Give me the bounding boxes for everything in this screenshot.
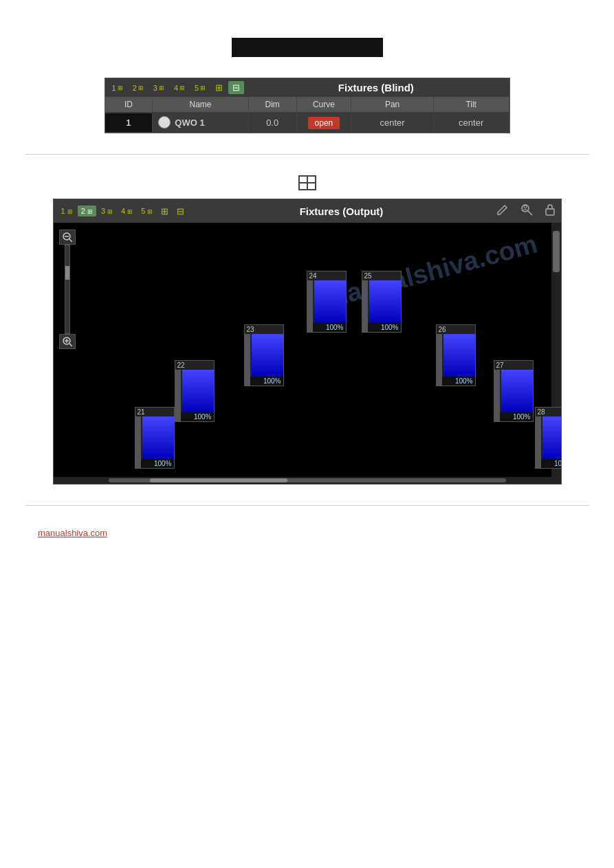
fixture-23-pct: 100% <box>245 377 283 386</box>
fixture-23[interactable]: 23 100% <box>244 324 284 386</box>
fixture-26-bar <box>437 334 442 386</box>
fixture-27[interactable]: 27 100% <box>494 360 534 422</box>
zoom-in-button[interactable] <box>59 334 76 349</box>
output-tab-4[interactable]: 4 ⊞ <box>118 205 136 216</box>
fixture-22-pct: 100% <box>175 412 214 421</box>
fixture-22[interactable]: 22 100% <box>175 360 215 422</box>
fixture-25-bar <box>362 280 368 332</box>
output-tab-7[interactable]: ⊟ <box>173 205 188 218</box>
blind-row-1[interactable]: 1 QWO 1 0.0 open center center <box>105 112 509 133</box>
out-tab-2-icon: ⊞ <box>87 208 93 215</box>
output-tab-2[interactable]: 2 ⊞ <box>78 205 96 216</box>
fixture-28[interactable]: 28 100% <box>535 407 561 469</box>
scrollbar-thumb[interactable] <box>150 478 287 482</box>
edit-icon-button[interactable] <box>495 202 510 220</box>
fixture-22-bar <box>175 370 181 421</box>
output-scrollbar[interactable] <box>54 477 561 484</box>
svg-line-3 <box>528 211 532 215</box>
output-icon-row <box>25 175 589 190</box>
tab-5-label: 5 <box>195 84 199 92</box>
curve-badge: open <box>308 117 340 129</box>
col-header-curve: Curve <box>297 97 352 112</box>
blind-tab-2[interactable]: 2 ⊞ <box>129 82 148 93</box>
blind-tab-4[interactable]: 4 ⊞ <box>170 82 189 93</box>
fixture-26-num: 26 <box>437 325 475 334</box>
right-scroll-thumb[interactable] <box>553 231 560 272</box>
fixture-24-bar <box>307 280 313 332</box>
output-tab-6[interactable]: ⊞ <box>157 205 172 218</box>
fixture-26-fill <box>443 334 475 377</box>
output-action-icons <box>495 202 557 220</box>
blind-tab-1[interactable]: 1 ⊞ <box>108 82 127 93</box>
row1-name: QWO 1 <box>153 112 249 133</box>
out-tab-3-icon: ⊞ <box>107 208 113 215</box>
row1-tilt: center <box>434 113 509 132</box>
fixture-24-fill <box>314 280 346 323</box>
output-panel-title: Fixtures (Output) <box>189 205 493 217</box>
out-tab-5-label: 5 <box>141 207 145 215</box>
top-bar <box>232 38 383 57</box>
svg-line-7 <box>69 239 72 242</box>
fixture-23-num: 23 <box>245 325 283 334</box>
fixture-21[interactable]: 21 100% <box>135 407 175 469</box>
col-header-tilt: Tilt <box>434 97 509 112</box>
blind-tab-7[interactable]: ⊟ <box>228 81 244 94</box>
row1-curve: open <box>297 113 352 132</box>
fixture-28-fill <box>542 416 561 459</box>
blind-tab-3[interactable]: 3 ⊞ <box>149 82 168 93</box>
row1-pan: center <box>351 113 434 132</box>
fixture-21-fill <box>142 416 174 459</box>
out-tab-4-label: 4 <box>121 207 125 215</box>
divider-1 <box>25 154 589 155</box>
blind-panel: 1 ⊞ 2 ⊞ 3 ⊞ 4 ⊞ 5 ⊞ ⊞ ⊟ Fixtures (Blind)… <box>105 78 510 133</box>
fixture-25-num: 25 <box>362 271 401 280</box>
out-tab-5-icon: ⊞ <box>147 208 153 215</box>
output-tab-5[interactable]: 5 ⊞ <box>138 205 156 216</box>
zoom-out-button[interactable] <box>59 230 76 245</box>
tab-7-icon: ⊟ <box>232 82 240 93</box>
search-person-icon-button[interactable] <box>518 202 535 220</box>
svg-point-4 <box>524 205 527 208</box>
fixture-26[interactable]: 26 100% <box>436 324 476 386</box>
fixture-26-pct: 100% <box>437 377 475 386</box>
bottom-link[interactable]: manualshiva.com <box>38 528 107 538</box>
fixture-24-num: 24 <box>307 271 346 280</box>
fixture-25[interactable]: 25 100% <box>362 271 402 333</box>
lock-icon-button[interactable] <box>543 202 557 220</box>
zoom-slider-thumb[interactable] <box>65 266 69 280</box>
row1-name-text: QWO 1 <box>175 118 204 128</box>
col-header-pan: Pan <box>351 97 434 112</box>
output-tab-1[interactable]: 1 ⊞ <box>58 205 76 216</box>
fixture-28-bar <box>536 416 541 468</box>
fixture-24[interactable]: 24 100% <box>307 271 347 333</box>
tab-3-label: 3 <box>153 84 157 92</box>
output-section: 1 ⊞ 2 ⊞ 3 ⊞ 4 ⊞ 5 ⊞ ⊞ ⊟ <box>25 175 589 485</box>
svg-line-10 <box>69 344 72 346</box>
fixture-23-body: 100% <box>245 334 283 386</box>
out-tab-3-label: 3 <box>101 207 105 215</box>
watermark: manualshiva.com <box>320 229 540 314</box>
zoom-slider-track[interactable] <box>65 245 70 334</box>
fixture-27-body: 100% <box>494 370 533 421</box>
tab-2-icon: ⊞ <box>138 85 144 91</box>
tab-6-icon: ⊞ <box>215 82 223 93</box>
tab-4-label: 4 <box>174 84 178 92</box>
output-panel: 1 ⊞ 2 ⊞ 3 ⊞ 4 ⊞ 5 ⊞ ⊞ ⊟ <box>53 199 562 485</box>
out-tab-4-icon: ⊞ <box>127 208 133 215</box>
fixture-24-pct: 100% <box>307 323 346 332</box>
scrollbar-track <box>109 478 506 482</box>
col-header-dim: Dim <box>249 97 297 112</box>
output-tab-3[interactable]: 3 ⊞ <box>98 205 116 216</box>
fixture-22-body: 100% <box>175 370 214 421</box>
col-header-id: ID <box>105 97 153 112</box>
out-tab-6-icon: ⊞ <box>161 206 168 216</box>
blind-tab-5[interactable]: 5 ⊞ <box>190 82 210 93</box>
blind-tab-6[interactable]: ⊞ <box>211 81 227 94</box>
bottom-link-area: manualshiva.com <box>38 526 602 539</box>
fixture-21-num: 21 <box>135 408 174 416</box>
blind-tabs: 1 ⊞ 2 ⊞ 3 ⊞ 4 ⊞ 5 ⊞ ⊞ ⊟ Fixtures (Blind) <box>105 78 509 97</box>
tab-5-icon: ⊞ <box>200 85 206 91</box>
fixture-24-body: 100% <box>307 280 346 332</box>
col-header-name: Name <box>153 97 249 112</box>
fixture-25-body: 100% <box>362 280 401 332</box>
